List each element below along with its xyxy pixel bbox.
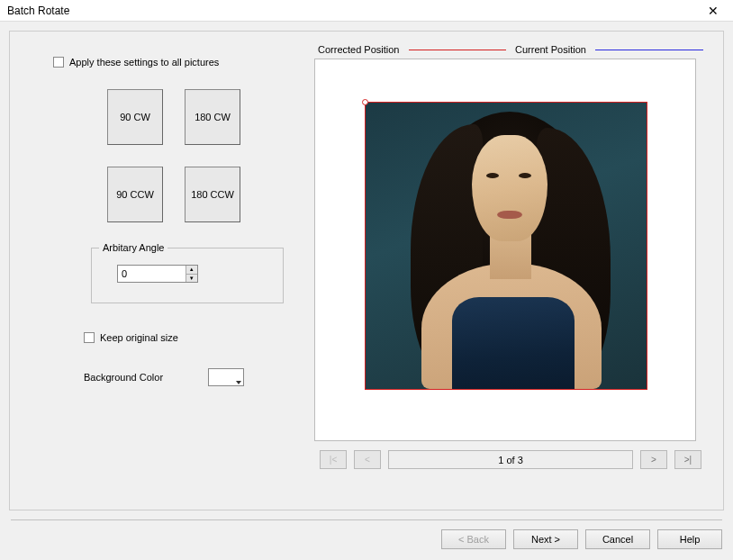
preview-image [366, 103, 647, 389]
spinner-down-button[interactable]: ▼ [186, 275, 197, 283]
dialog-body: Apply these settings to all pictures 90 … [0, 22, 733, 560]
title-bar: Batch Rotate ✕ [0, 0, 733, 22]
legend-corrected-label: Corrected Position [318, 44, 400, 55]
legend-corrected-line [409, 50, 507, 50]
window-title: Batch Rotate [7, 5, 69, 17]
close-button[interactable]: ✕ [699, 2, 728, 20]
arbitrary-angle-group: Arbitary Angle ▲ ▼ [91, 248, 284, 303]
preview-canvas[interactable] [314, 59, 696, 441]
apply-all-checkbox[interactable] [53, 57, 64, 68]
arbitrary-angle-label: Arbitary Angle [99, 242, 167, 253]
pager-last-button[interactable]: >| [674, 450, 701, 469]
keep-size-row: Keep original size [84, 332, 296, 343]
legend-current-label: Current Position [515, 44, 586, 55]
pager: |< < 1 of 3 > >| [314, 450, 707, 469]
legend-corrected: Corrected Position [318, 44, 506, 55]
pager-prev-button[interactable]: < [354, 450, 381, 469]
cancel-button[interactable]: Cancel [585, 529, 650, 549]
legend-current-line [595, 50, 703, 50]
bgcolor-picker[interactable] [208, 368, 244, 386]
arbitrary-angle-spinner[interactable]: ▲ ▼ [117, 265, 198, 283]
next-button[interactable]: Next > [513, 529, 578, 549]
help-button[interactable]: Help [657, 529, 722, 549]
back-button[interactable]: < Back [441, 529, 506, 549]
rotate-button-grid: 90 CW 180 CW 90 CCW 180 CCW [107, 89, 296, 222]
rotate-180-cw-button[interactable]: 180 CW [185, 89, 240, 145]
rotate-90-cw-button[interactable]: 90 CW [107, 89, 163, 145]
preview-pane: Corrected Position Current Position [314, 44, 707, 493]
settings-pane: Apply these settings to all pictures 90 … [26, 44, 296, 493]
keep-size-checkbox[interactable] [84, 332, 95, 343]
content-frame: Apply these settings to all pictures 90 … [9, 31, 724, 510]
keep-size-label: Keep original size [100, 332, 178, 343]
pager-first-button[interactable]: |< [320, 450, 347, 469]
preview-image-frame [365, 102, 647, 390]
legend-row: Corrected Position Current Position [314, 44, 707, 59]
bgcolor-row: Background Color [84, 368, 296, 386]
pager-status: 1 of 3 [388, 450, 633, 469]
apply-all-label: Apply these settings to all pictures [69, 57, 219, 68]
spinner-buttons: ▲ ▼ [186, 266, 197, 282]
spinner-up-button[interactable]: ▲ [186, 266, 197, 275]
footer-buttons: < Back Next > Cancel Help [9, 520, 724, 551]
pager-next-button[interactable]: > [640, 450, 667, 469]
rotate-handle-icon[interactable] [362, 99, 368, 105]
legend-current: Current Position [515, 44, 703, 55]
rotate-90-ccw-button[interactable]: 90 CCW [107, 167, 163, 222]
rotate-180-ccw-button[interactable]: 180 CCW [185, 167, 240, 222]
bgcolor-label: Background Color [84, 372, 163, 383]
apply-all-row: Apply these settings to all pictures [53, 57, 296, 68]
arbitrary-angle-input[interactable] [118, 266, 186, 282]
